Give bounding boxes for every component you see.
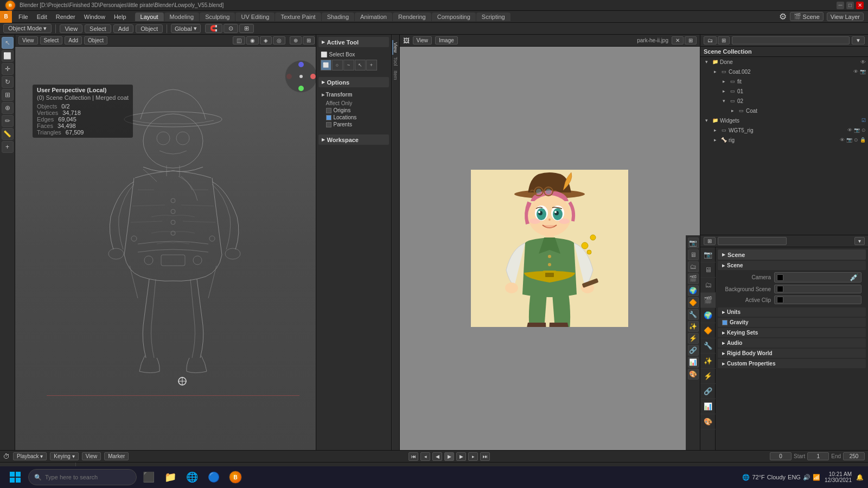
prop-side-icon10[interactable]: 🔗 — [688, 345, 699, 356]
rig-render-icon[interactable]: 📷 — [846, 137, 852, 143]
audio-header[interactable]: ▸ Audio — [718, 338, 866, 348]
outliner-item-fit[interactable]: ▸ ▭ fit — [700, 76, 868, 86]
rig-extra2-icon[interactable]: 🔒 — [860, 137, 866, 143]
system-clock[interactable]: 10:21 AM 12/30/2021 — [825, 471, 852, 483]
workspace-scripting[interactable]: Scripting — [476, 12, 510, 21]
prop-side-icon11[interactable]: 📊 — [688, 357, 699, 368]
show-overlay[interactable]: ⊞ — [239, 24, 254, 33]
view-layer-tab[interactable]: 🗂 — [700, 278, 716, 293]
volume-icon[interactable]: 🔊 — [803, 474, 810, 481]
workspace-animation[interactable]: Animation — [355, 12, 392, 21]
menu-edit[interactable]: Edit — [33, 12, 52, 21]
wgt5-icon2[interactable]: 📷 — [854, 127, 860, 133]
end-frame-input[interactable] — [843, 452, 865, 460]
prop-side-icon8[interactable]: ✨ — [688, 321, 699, 332]
wifi-icon[interactable]: 📶 — [813, 474, 820, 481]
particles-tab[interactable]: ✨ — [700, 354, 716, 369]
mode-click-icon[interactable]: ↖ — [355, 60, 366, 70]
minimize-button[interactable]: ─ — [837, 2, 844, 9]
outliner-item-done[interactable]: ▾ 📁 Done 👁 — [700, 57, 868, 67]
add-menu-btn[interactable]: Add — [113, 24, 134, 33]
camera-eyedropper[interactable]: 💉 — [850, 273, 859, 281]
measure-tool[interactable]: 📏 — [2, 128, 14, 140]
outliner-item-rig[interactable]: ▸ 🦴 rig 👁 📷 ⊙ 🔒 — [700, 135, 868, 145]
done-eye-icon[interactable]: 👁 — [860, 59, 866, 65]
cursor-tool[interactable]: ↖ — [2, 37, 14, 49]
scene-sub-header[interactable]: ▸ Scene — [718, 261, 866, 270]
origins-checkbox[interactable] — [326, 108, 331, 113]
prop-side-icon7[interactable]: 🔧 — [688, 309, 699, 320]
object-mode-dropdown[interactable]: Object Mode ▾ — [3, 24, 52, 33]
gravity-checkbox[interactable] — [722, 320, 727, 325]
browser-icon[interactable]: 🔵 — [204, 467, 224, 487]
wgt5-icon3[interactable]: ⊙ — [861, 127, 866, 133]
snap-toggle[interactable]: 🧲 — [205, 24, 222, 33]
workspace-layout[interactable]: Layout — [135, 12, 164, 21]
playback-dropdown[interactable]: Playback ▾ — [13, 452, 47, 460]
workspace-texture-paint[interactable]: Texture Paint — [275, 12, 321, 21]
close-button[interactable]: ✕ — [856, 2, 864, 9]
blender-menu-logo[interactable]: B — [0, 11, 12, 23]
gravity-header[interactable]: Gravity — [718, 318, 866, 327]
workspace-modeling[interactable]: Modeling — [164, 12, 200, 21]
outliner-item-01[interactable]: ▸ ▭ 01 — [700, 86, 868, 96]
physics-tab[interactable]: ⚡ — [700, 369, 716, 384]
outliner-item-coat002[interactable]: ▸ ▭ Coat.002 👁 📷 — [700, 67, 868, 76]
active-tool-header[interactable]: ▸ Active Tool — [318, 37, 389, 47]
menu-render[interactable]: Render — [52, 12, 80, 21]
active-clip-value[interactable] — [774, 296, 861, 304]
render-props-tab[interactable]: 📷 — [700, 247, 716, 262]
prop-side-icon12[interactable]: 🎨 — [688, 369, 699, 380]
scene-props-tab[interactable]: 🎬 — [700, 293, 716, 308]
jump-next-keyframe[interactable]: ▸ — [468, 452, 478, 461]
workspace-header[interactable]: ▸ Workspace — [318, 134, 389, 145]
taskbar-search[interactable]: 🔍 — [28, 469, 137, 485]
prop-side-icon2[interactable]: 🖥 — [688, 249, 699, 260]
outliner-item-widgets[interactable]: ▾ 📁 Widgets ☑ — [700, 115, 868, 125]
prop-side-icon9[interactable]: ⚡ — [688, 333, 699, 344]
prop-side-icon3[interactable]: 🗂 — [688, 261, 699, 272]
outliner-filter-btn[interactable]: ⊞ — [718, 36, 730, 44]
img-view-btn[interactable]: View — [413, 36, 432, 44]
prop-filter-btn[interactable]: ▾ — [854, 237, 865, 245]
start-button[interactable] — [4, 466, 26, 488]
transform-global-dropdown[interactable]: Global ▾ — [171, 24, 201, 33]
jump-end-btn[interactable]: ⏭ — [480, 452, 490, 461]
parents-checkbox[interactable] — [326, 122, 331, 127]
prop-header-btn1[interactable]: ⊞ — [704, 237, 716, 245]
wgt5-icon1[interactable]: 👁 — [847, 127, 852, 133]
units-header[interactable]: ▸ Units — [718, 307, 866, 317]
proportional-edit[interactable]: ⊙ — [224, 24, 238, 33]
current-frame-input[interactable] — [770, 452, 792, 460]
scene-section-header[interactable]: ▸ Scene — [718, 249, 866, 260]
scale-tool[interactable]: ⊞ — [2, 89, 14, 101]
mode-extra-icon[interactable]: + — [366, 60, 377, 70]
img-image-btn[interactable]: Image — [435, 36, 458, 44]
mode-lasso-icon[interactable]: ~ — [343, 60, 354, 70]
menu-window[interactable]: Window — [80, 12, 110, 21]
notification-icon[interactable]: 🔔 — [856, 474, 864, 481]
search-input[interactable] — [45, 474, 131, 480]
outliner-search-input[interactable] — [732, 36, 850, 44]
coat002-vis-icon[interactable]: 👁 — [853, 69, 858, 74]
chrome-icon[interactable]: 🌐 — [182, 467, 202, 487]
mode-circle-icon[interactable]: ○ — [332, 60, 343, 70]
outliner-item-wgt5[interactable]: ▸ ▭ WGT5_rig 👁 📷 ⊙ — [700, 125, 868, 135]
options-header[interactable]: ▸ Options — [318, 77, 389, 87]
prop-side-icon1[interactable]: 📷 — [688, 237, 699, 248]
network-icon[interactable]: 🌐 — [742, 474, 750, 481]
outliner-filter-icon[interactable]: ▼ — [852, 36, 865, 44]
menu-help[interactable]: Help — [110, 12, 131, 21]
img-close-btn[interactable]: ✕ — [672, 36, 684, 44]
n-panel-item-tab[interactable]: Item — [392, 68, 399, 82]
custom-props-header[interactable]: ▸ Custom Properties — [718, 359, 866, 368]
menu-file[interactable]: File — [14, 12, 33, 21]
outliner-item-coat[interactable]: ▸ ▭ Coat — [700, 106, 868, 115]
workspace-rendering[interactable]: Rendering — [393, 12, 431, 21]
modifier-props-tab[interactable]: 🔧 — [700, 338, 716, 354]
workspace-sculpting[interactable]: Sculpting — [200, 12, 235, 21]
constraints-tab[interactable]: 🔗 — [700, 384, 716, 399]
camera-value[interactable]: 💉 — [774, 272, 861, 282]
widgets-check-icon[interactable]: ☑ — [861, 118, 866, 123]
mode-box-icon[interactable]: ⬜ — [321, 60, 331, 70]
